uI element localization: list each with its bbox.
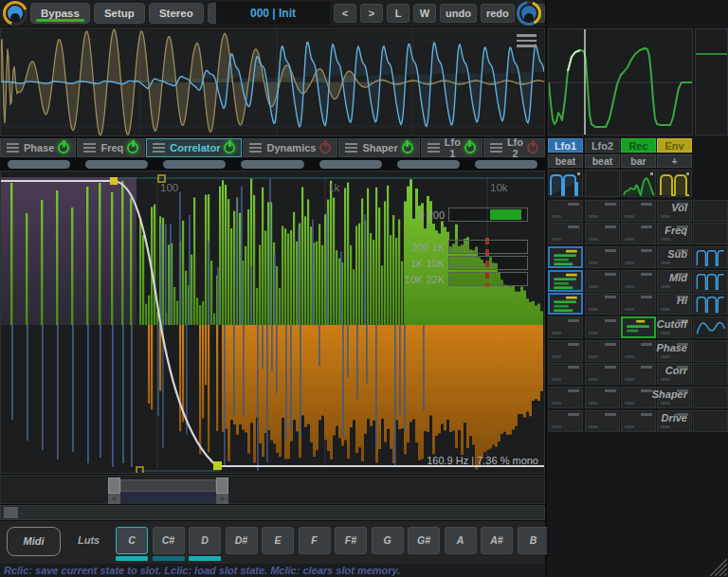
module-menu-icon[interactable] [153,141,165,154]
matrix-cell-phase-0[interactable] [548,340,583,362]
curve-handle-bottom[interactable] [213,461,222,470]
matrix-cell-phase-1[interactable] [585,340,620,362]
power-icon[interactable] [527,142,538,153]
module-slider[interactable] [397,160,460,169]
header-button-setup[interactable]: Setup [94,3,145,24]
key-e[interactable]: E [262,527,294,554]
key-as[interactable]: A# [481,527,513,554]
module-slider[interactable] [8,160,70,169]
sync-button-lfo2[interactable]: beat [585,154,620,168]
midi-button[interactable]: Midi [7,527,61,556]
matrix-cell-phase-2[interactable] [621,340,656,362]
module-menu-icon[interactable] [83,141,96,154]
matrix-cell-vol-3[interactable]: Vol [657,200,692,222]
range-handle-right[interactable] [216,478,228,494]
matrix-cell-drive-2[interactable] [621,410,656,432]
matrix-cell-sub-1[interactable] [585,246,620,268]
band-meter-box[interactable] [448,272,528,286]
power-icon[interactable] [464,142,476,153]
power-icon[interactable] [127,142,138,153]
range-track[interactable] [120,479,216,492]
resize-grip-icon[interactable] [704,553,727,576]
matrix-cell-mid-3[interactable]: Mid [657,270,692,292]
matrix-cell-freq-3[interactable]: Freq [657,223,692,244]
matrix-cell-drive-3[interactable]: Drive [657,410,692,432]
key-d[interactable]: D [189,527,221,554]
matrix-cell-phase-3[interactable]: Phase [657,340,692,362]
key-g[interactable]: G [372,527,404,554]
guide-handle-bottom[interactable] [136,467,143,473]
module-tab-dynamics[interactable]: Dynamics [243,138,337,157]
source-thumb-env[interactable] [657,170,692,197]
module-tab-correlator[interactable]: Correlator [146,138,242,157]
matrix-cell-mid-0[interactable] [548,270,583,292]
matrix-cell-drive-1[interactable] [585,410,620,432]
module-tab-freq[interactable]: Freq [77,138,145,157]
correlator-spectrum-editor[interactable]: 100 1k 10k 0 200200 1K1K 10K10K 22K 160.… [0,171,545,474]
key-fs[interactable]: F# [335,527,367,554]
nav-button-W[interactable]: W [413,4,436,23]
power-icon[interactable] [402,142,413,153]
matrix-cell-cutoff-0[interactable] [548,316,583,338]
module-slider[interactable] [319,160,382,169]
matrix-cell-sub-3[interactable]: Sub [657,246,692,268]
range-selection[interactable] [120,492,216,503]
module-slider[interactable] [241,160,303,169]
module-menu-icon[interactable] [249,141,262,154]
matrix-cell-vol-0[interactable] [548,200,583,222]
header-button-stereo[interactable]: Stereo [149,3,204,24]
logo-knob-icon[interactable] [3,1,27,26]
horizontal-scrollbar[interactable] [0,505,545,520]
module-slider[interactable] [163,160,226,169]
matrix-cell-cutoff-1[interactable] [585,316,620,338]
band-meter-box[interactable] [448,256,528,270]
source-thumb-rec[interactable] [621,170,656,197]
matrix-cell-freq-0[interactable] [548,223,583,244]
power-icon[interactable] [224,142,235,153]
nav-button-L[interactable]: L [387,4,410,23]
matrix-cell-corr-0[interactable] [548,363,583,385]
matrix-cell-hi-2[interactable] [621,293,656,315]
key-b[interactable]: B [518,527,550,554]
matrix-cell-mid-2[interactable] [621,270,656,292]
matrix-cell-hi-3[interactable]: Hi [657,293,692,315]
module-slider[interactable] [475,160,537,169]
matrix-cell-shaper-2[interactable] [621,387,656,408]
module-tab-phase[interactable]: Phase [0,138,76,157]
luts-button[interactable]: Luts [78,534,106,546]
module-menu-icon[interactable] [428,141,440,154]
matrix-cell-vol-2[interactable] [621,200,656,222]
source-tab-lfo2[interactable]: Lfo2 [585,138,620,153]
matrix-cell-hi-0[interactable] [548,293,583,315]
source-thumb-lfo2[interactable] [585,170,620,197]
matrix-cell-corr-2[interactable] [621,363,656,385]
range-arrow-left-icon[interactable]: < [108,494,120,504]
key-cs[interactable]: C# [153,527,185,554]
matrix-cell-sub-2[interactable] [621,246,656,268]
matrix-cell-cutoff-2[interactable] [621,316,656,338]
matrix-cell-cutoff-3[interactable]: Cutoff [657,316,692,338]
sync-button-rec[interactable]: bar [621,154,656,168]
key-gs[interactable]: G# [408,527,440,554]
matrix-cell-mid-1[interactable] [585,270,620,292]
key-a[interactable]: A [445,527,477,554]
matrix-cell-corr-3[interactable]: Corr [657,363,692,385]
matrix-cell-sub-0[interactable] [548,246,583,268]
source-thumb-lfo1[interactable] [548,170,583,197]
matrix-cell-corr-1[interactable] [585,363,620,385]
nav-button-next[interactable]: > [360,4,383,23]
source-tab-env[interactable]: Env [657,138,692,153]
matrix-cell-vol-1[interactable] [585,200,620,222]
band-meter-box[interactable] [448,207,528,222]
key-c[interactable]: C [116,527,148,554]
module-tab-lfo1[interactable]: Lfo 1 [421,138,482,157]
master-knob-icon[interactable] [517,1,541,26]
matrix-cell-freq-2[interactable] [621,223,656,244]
matrix-cell-freq-1[interactable] [585,223,620,244]
sync-button-lfo1[interactable]: beat [548,154,583,168]
module-tab-shaper[interactable]: Shaper [338,138,419,157]
nav-button-prev[interactable]: < [334,4,356,23]
nav-button-undo[interactable]: undo [440,4,477,23]
sync-button-env[interactable]: + [657,154,692,168]
range-arrow-right-icon[interactable]: > [216,494,228,504]
